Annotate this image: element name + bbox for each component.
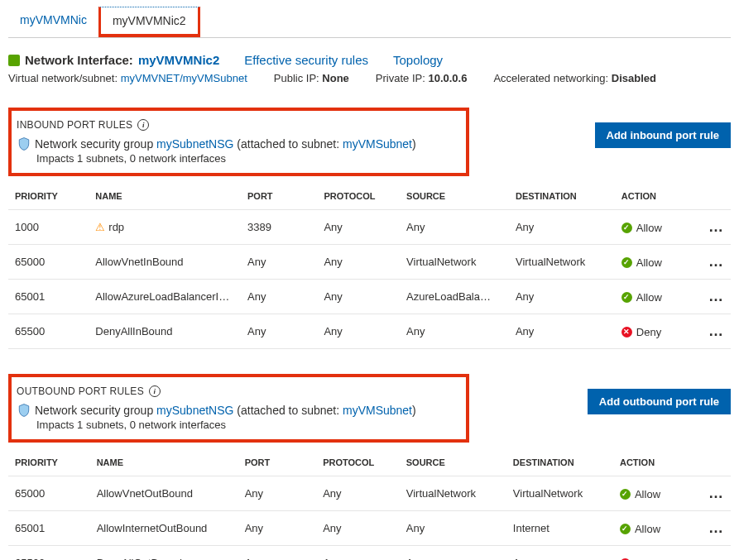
col-action[interactable]: ACTION [613,449,688,476]
table-row[interactable]: 65001AllowAzureLoadBalancerInBou…AnyAnyA… [8,280,731,314]
col-priority[interactable]: PRIORITY [8,449,90,476]
x-icon: ✕ [621,327,632,337]
cell-protocol: Any [323,522,341,534]
cell-priority: 65500 [15,325,45,337]
cell-action: Allow [635,523,660,535]
cell-priority: 65500 [15,557,45,560]
table-row[interactable]: 1000⚠rdp3389AnyAnyAny✓Allow… [8,210,731,245]
nic-name-link[interactable]: myVMVMNic2 [138,53,219,67]
check-icon: ✓ [621,257,632,268]
accel-value: Disabled [612,72,656,84]
cell-action: Allow [636,256,662,269]
more-icon[interactable]: … [708,253,724,270]
nsg-name-link[interactable]: mySubnetNSG [156,404,233,417]
info-icon[interactable]: i [137,119,149,131]
cell-destination: Any [516,325,534,337]
more-icon[interactable]: … [708,485,724,501]
table-row[interactable]: 65001AllowInternetOutBoundAnyAnyAnyInter… [8,511,731,546]
cell-port: Any [245,522,263,534]
cell-destination: Internet [513,522,549,534]
effective-rules-link[interactable]: Effective security rules [244,53,368,67]
status-badge: ✓Allow [620,523,660,535]
cell-protocol: Any [324,256,342,268]
add-inbound-rule-button[interactable]: Add inbound port rule [595,122,731,148]
vnet-label: Virtual network/subnet: [8,72,118,84]
cell-action: Allow [635,488,660,500]
cell-protocol: Any [323,487,341,500]
col-port[interactable]: PORT [241,183,317,210]
col-priority[interactable]: PRIORITY [8,183,89,210]
nsg-subnet-link[interactable]: myVMSubnet [343,137,412,151]
cell-source: VirtualNetwork [406,256,476,268]
cell-priority: 65001 [15,290,45,303]
cell-protocol: Any [324,290,342,303]
nsg-prefix: Network security group [35,404,156,417]
inbound-impacts: Impacts 1 subnets, 0 network interfaces [36,152,416,165]
nsg-subnet-link[interactable]: myVMSubnet [343,404,412,417]
check-icon: ✓ [621,223,632,233]
tab-nic2[interactable]: myVMVMNic2 [98,7,200,37]
cell-name: AllowVnetOutBound [97,487,193,500]
nic-subheader: Virtual network/subnet: myVMVNET/myVMSub… [8,72,731,84]
vnet-link[interactable]: myVMVNET/myVMSubnet [121,72,247,84]
cell-priority: 65000 [15,256,45,268]
shield-icon [18,137,30,151]
col-source[interactable]: SOURCE [400,183,509,210]
check-icon: ✓ [620,524,631,534]
cell-source: Any [406,325,425,337]
inbound-table: PRIORITY NAME PORT PROTOCOL SOURCE DESTI… [8,183,731,349]
cell-port: Any [247,256,266,268]
more-icon[interactable]: … [708,323,724,339]
outbound-table: PRIORITY NAME PORT PROTOCOL SOURCE DESTI… [8,449,731,560]
nic-icon [8,55,20,66]
status-badge: ✓Allow [621,256,662,269]
nsg-prefix: Network security group [35,137,156,151]
cell-name: DenyAllOutBound [97,557,182,560]
status-badge: ✓Allow [621,291,662,304]
cell-source: VirtualNetwork [406,487,476,500]
cell-protocol: Any [323,557,341,560]
cell-destination: Any [516,290,534,303]
more-icon[interactable]: … [708,554,724,560]
col-name[interactable]: NAME [90,449,238,476]
cell-port: Any [245,557,263,560]
inbound-title: INBOUND PORT RULES [17,119,132,131]
col-source[interactable]: SOURCE [400,449,506,476]
nsg-mid: (attached to subnet: [233,137,343,151]
col-port[interactable]: PORT [238,449,317,476]
nsg-mid: (attached to subnet: [233,404,343,417]
cell-destination: Any [513,557,531,560]
table-row[interactable]: 65000AllowVnetOutBoundAnyAnyVirtualNetwo… [8,476,731,511]
col-destination[interactable]: DESTINATION [509,183,615,210]
cell-port: Any [245,487,263,500]
topology-link[interactable]: Topology [393,53,443,67]
more-icon[interactable]: … [708,218,724,235]
more-icon[interactable]: … [708,519,724,536]
nsg-name-link[interactable]: mySubnetNSG [156,137,233,151]
table-row[interactable]: 65500DenyAllInBoundAnyAnyAnyAny✕Deny… [8,314,731,349]
nsg-suffix: ) [412,137,416,151]
check-icon: ✓ [620,489,631,500]
cell-name: DenyAllInBound [95,325,172,337]
cell-name: AllowVnetInBound [95,256,183,268]
nic-tabs: myVMVMNic myVMVMNic2 [8,7,731,38]
col-protocol[interactable]: PROTOCOL [317,183,400,210]
check-icon: ✓ [621,292,632,303]
col-destination[interactable]: DESTINATION [506,449,613,476]
shield-icon [18,404,30,417]
status-badge: ✓Allow [620,488,660,500]
col-name[interactable]: NAME [89,183,241,210]
add-outbound-rule-button[interactable]: Add outbound port rule [588,389,731,414]
col-protocol[interactable]: PROTOCOL [316,449,400,476]
col-action[interactable]: ACTION [615,183,689,210]
nic-label: Network Interface: [25,53,133,67]
cell-destination: Any [516,221,534,233]
tab-nic1[interactable]: myVMVMNic [8,7,98,37]
cell-name: AllowAzureLoadBalancerInBou… [95,290,241,303]
table-row[interactable]: 65500DenyAllOutBoundAnyAnyAnyAny✕Deny… [8,546,731,561]
table-row[interactable]: 65000AllowVnetInBoundAnyAnyVirtualNetwor… [8,245,731,280]
info-icon[interactable]: i [149,385,161,397]
more-icon[interactable]: … [708,288,724,304]
privateip-value: 10.0.0.6 [428,72,467,84]
cell-protocol: Any [324,221,342,233]
